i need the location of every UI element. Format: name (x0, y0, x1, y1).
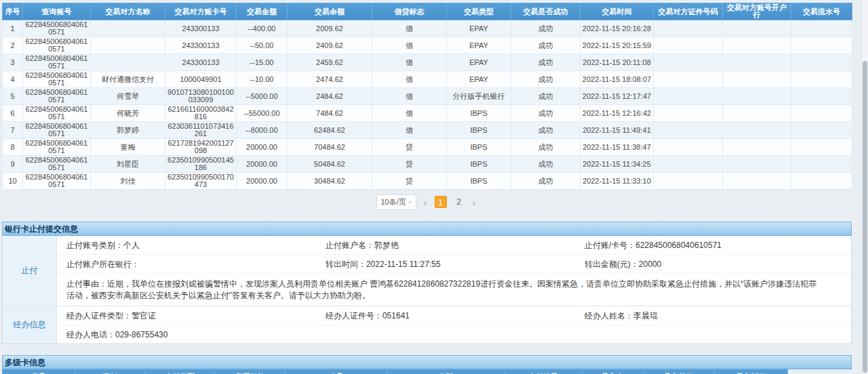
table-cell (791, 71, 852, 88)
table-cell: 成功 (511, 139, 580, 156)
table-cell: EPAY (447, 71, 511, 88)
table-cell: EPAY (447, 20, 511, 37)
table-cell: 成功 (511, 71, 580, 88)
table-cell: --400.00 (237, 20, 288, 37)
table-cell: 黄梅 (91, 139, 165, 156)
table-cell (791, 173, 852, 190)
table-cell: 6 (3, 105, 23, 122)
multi-card-section-header: 多级卡信息 (2, 355, 852, 369)
page-button-2[interactable]: 2 (453, 196, 465, 208)
pagination: 10条/页 ∨ ‹ 1 2 › (2, 193, 852, 211)
table-cell (654, 173, 723, 190)
table-cell: 成功 (511, 54, 580, 71)
prev-page-button[interactable]: ‹ (422, 197, 429, 207)
table-cell: 成功 (511, 173, 580, 190)
table-cell: 20000.00 (237, 173, 288, 190)
table-cell: 郭梦婷 (91, 122, 165, 139)
field: 经办人姓名：李晨琨 (585, 311, 844, 320)
table-cell: 借 (372, 20, 447, 37)
scrollbar[interactable] (861, 0, 868, 374)
table-cell (723, 105, 791, 122)
table-cell: 刘佳 (91, 173, 165, 190)
table-cell (723, 54, 791, 71)
table-cell: --8000.00 (237, 122, 288, 139)
table-cell: 借 (372, 37, 447, 54)
field: 止付账/卡号：6228450068040610571 (585, 241, 844, 250)
table-cell: 6228450068040610571 (23, 71, 91, 88)
field: 经办人证件类型：警官证 (66, 311, 326, 320)
table-cell: 借 (372, 122, 447, 139)
table-cell: 20000.00 (237, 139, 288, 156)
table-cell: 20000.00 (237, 156, 288, 173)
table-cell: 成功 (511, 156, 580, 173)
info-group-fields: 止付账号类别：个人止付账户名：郭梦艳止付账/卡号：622845006804061… (57, 236, 851, 306)
column-header: 序号 (3, 370, 75, 374)
table-cell (654, 122, 723, 139)
table-cell: 6228450068040610571 (23, 139, 91, 156)
column-header: 查询账号 (23, 3, 91, 20)
table-cell (723, 71, 791, 88)
table-cell (791, 156, 852, 173)
next-page-button[interactable]: › (471, 197, 477, 207)
transactions-table-body: 16228450068040610571243300133--400.00200… (3, 20, 852, 190)
table-cell: 7484.62 (288, 105, 372, 122)
table-cell (723, 139, 791, 156)
field: 止付事由：近期，我单位在接报刘妮被骗警情中，发现涉案人员利用贵单位相关账户 曹鸿… (66, 278, 844, 302)
table-cell: 借 (372, 105, 447, 122)
multi-card-table-header: 序号级别止付类型所属机构账号余额止付结果录入人录入单位录入时间 (3, 370, 788, 374)
column-header: 序号 (3, 3, 23, 20)
scrollbar-thumb[interactable] (863, 61, 867, 373)
table-cell: --15.00 (237, 54, 288, 71)
table-cell (723, 156, 791, 173)
table-cell: IBPS (447, 156, 511, 173)
stop-payment-info-box: 止付止付账号类别：个人止付账户名：郭梦艳止付账/卡号：6228450068040… (2, 236, 852, 344)
table-row: 36228450068040610571243300133--15.002459… (3, 54, 852, 71)
table-cell: 2459.62 (288, 54, 372, 71)
field-row: 止付账户所在银行：转出时间：2022-11-15 11:27:55转出金额(元)… (57, 255, 851, 274)
table-cell: 6235010990500170473 (165, 173, 237, 190)
table-cell: 6216611600003842816 (165, 105, 237, 122)
table-cell: 62484.62 (288, 122, 372, 139)
table-cell: 3 (3, 54, 23, 71)
table-cell (654, 20, 723, 37)
table-cell (791, 54, 852, 71)
table-cell: 9010713080100100033099 (165, 88, 237, 105)
table-cell (723, 37, 791, 54)
table-cell: 6228450068040610571 (23, 37, 91, 54)
transactions-table-header: 序号查询账号交易对方名称交易对方账卡号交易金额交易余额借贷标志交易类型交易是否成… (3, 3, 852, 20)
table-cell: 1 (3, 20, 23, 37)
table-cell: 2484.62 (288, 88, 372, 105)
table-cell: 2022-11-15 11:49:41 (580, 122, 654, 139)
table-cell: --55000.00 (237, 105, 288, 122)
table-cell (91, 37, 165, 54)
table-cell: 6228450068040610571 (23, 105, 91, 122)
table-cell (654, 54, 723, 71)
table-cell: 6228450068040610571 (23, 173, 91, 190)
field: 转出金额(元)：20000 (585, 259, 844, 269)
column-header: 录入单位 (644, 370, 715, 374)
info-group: 止付止付账号类别：个人止付账户名：郭梦艳止付账/卡号：6228450068040… (3, 236, 851, 306)
table-cell: 2022-11-15 20:11:08 (580, 54, 654, 71)
table-cell: 5 (3, 88, 23, 105)
header-row: 序号级别止付类型所属机构账号余额止付结果录入人录入单位录入时间 (3, 370, 788, 374)
page-content: 序号查询账号交易对方名称交易对方账卡号交易金额交易余额借贷标志交易类型交易是否成… (2, 3, 852, 374)
table-cell: 贷 (372, 156, 447, 173)
page-button-1[interactable]: 1 (435, 196, 447, 208)
table-cell: --10.00 (237, 71, 288, 88)
table-cell: IBPS (447, 173, 511, 190)
field: 转出时间：2022-11-15 11:27:55 (326, 259, 585, 269)
table-cell (723, 173, 791, 190)
page-size-select[interactable]: 10条/页 ∨ (376, 194, 416, 210)
table-cell: 70484.62 (288, 139, 372, 156)
table-cell: 借 (372, 88, 447, 105)
stop-payment-section-header: 银行卡止付提交信息 (2, 222, 852, 236)
column-header: 交易流水号 (791, 3, 852, 20)
field: 止付账户名：郭梦艳 (326, 241, 585, 250)
table-cell: --5000.00 (237, 88, 288, 105)
table-cell: 1000049901 (165, 71, 237, 88)
table-cell: 借 (372, 71, 447, 88)
table-cell: 刘星臣 (91, 156, 165, 173)
table-cell (791, 20, 852, 37)
table-cell (654, 71, 723, 88)
info-group-fields: 经办人证件类型：警官证经办人证件号：051641经办人姓名：李晨琨经办人电话：0… (57, 306, 851, 344)
